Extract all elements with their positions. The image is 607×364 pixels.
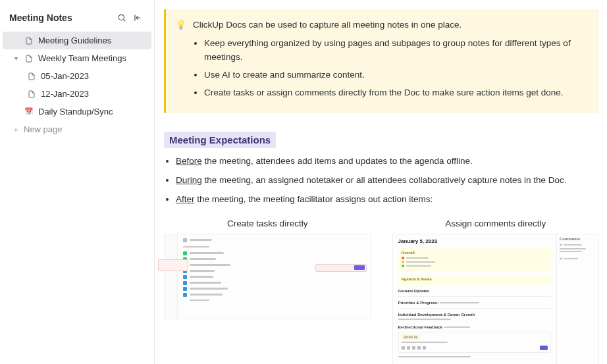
- column-right: Assign comments directly January 5, 2023…: [392, 219, 600, 364]
- mock-date: January 5, 2023: [398, 238, 552, 244]
- callout-bullet: Keep everything organized by using pages…: [204, 37, 587, 65]
- expectations-list: Before the meeting, attendees add items …: [176, 155, 599, 207]
- sidebar-item-label: 12-Jan-2023: [41, 89, 89, 99]
- callout-bullet: Create tasks or assign comments directly…: [204, 86, 587, 100]
- plus-icon: ＋: [12, 125, 20, 134]
- lightbulb-icon: 💡: [175, 19, 186, 30]
- list-item-text: the meeting, the meeting facilitator ass…: [195, 194, 433, 204]
- search-icon[interactable]: [115, 11, 129, 25]
- callout-block[interactable]: 💡 ClickUp Docs can be used to capture al…: [164, 9, 599, 113]
- list-item[interactable]: During the meeting, an assigned notetake…: [176, 174, 599, 188]
- sidebar-item-label: Daily Standup/Sync: [38, 107, 113, 117]
- sidebar-item-label: Weekly Team Meetings: [38, 53, 126, 63]
- callout-list: Keep everything organized by using pages…: [204, 37, 587, 100]
- screenshot-assign-comments: January 5, 2023 Overall Agenda & Notes G…: [392, 234, 600, 364]
- underlined-word: During: [176, 175, 202, 185]
- callout-bullet: Use AI to create and summarize content.: [204, 68, 587, 82]
- column-title: Assign comments directly: [392, 219, 600, 228]
- column-title: Create tasks directly: [164, 219, 371, 228]
- new-page-label: New page: [24, 124, 63, 134]
- sidebar-item-weekly-team-meetings[interactable]: ▾ Weekly Team Meetings: [3, 49, 151, 67]
- sidebar-item-daily-standup[interactable]: 📅 Daily Standup/Sync: [3, 103, 151, 120]
- screenshot-create-tasks: [164, 234, 371, 319]
- list-item[interactable]: Before the meeting, attendees add items …: [176, 155, 599, 169]
- doc-icon: [26, 72, 37, 80]
- list-item-text: the meeting, attendees add items and upd…: [202, 156, 473, 166]
- sidebar-item-meeting-guidelines[interactable]: Meeting Guidelines: [3, 32, 151, 49]
- sidebar-header: Meeting Notes: [0, 7, 154, 32]
- sidebar: Meeting Notes Meeting Guidelines ▾ Weekl…: [0, 0, 155, 364]
- svg-line-1: [124, 20, 126, 22]
- underlined-word: After: [176, 194, 195, 204]
- two-columns: Create tasks directly: [164, 219, 599, 364]
- calendar-icon: 📅: [24, 107, 34, 116]
- section-heading[interactable]: Meeting Expectations: [164, 132, 276, 148]
- column-left: Create tasks directly: [164, 219, 371, 364]
- underlined-word: Before: [176, 156, 202, 166]
- doc-icon: [24, 37, 34, 45]
- doc-icon: [26, 90, 37, 98]
- list-item[interactable]: After the meeting, the meeting facilitat…: [176, 193, 599, 207]
- sidebar-item-label: Meeting Guidelines: [38, 36, 111, 45]
- sidebar-item-12-jan-2023[interactable]: 12-Jan-2023: [3, 85, 151, 103]
- document-body: 💡 ClickUp Docs can be used to capture al…: [155, 0, 607, 364]
- sidebar-item-05-jan-2023[interactable]: 05-Jan-2023: [3, 67, 151, 85]
- sidebar-item-label: 05-Jan-2023: [41, 71, 89, 81]
- list-item-text: the meeting, an assigned notetaker or al…: [202, 175, 567, 185]
- callout-lead: ClickUp Docs can be used to capture all …: [193, 18, 462, 32]
- new-page-button[interactable]: ＋ New page: [3, 120, 151, 138]
- doc-title[interactable]: Meeting Notes: [9, 13, 113, 23]
- doc-icon: [24, 55, 34, 63]
- collapse-sidebar-icon[interactable]: [130, 11, 145, 25]
- svg-point-0: [119, 14, 124, 20]
- chevron-down-icon[interactable]: ▾: [12, 55, 20, 62]
